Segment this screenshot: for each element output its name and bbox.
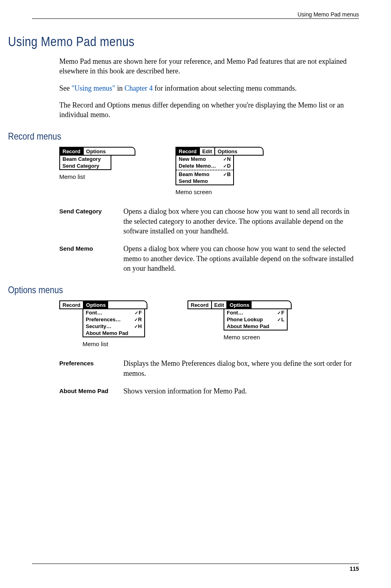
def-term: Send Category [59,207,123,236]
menu-item: Font…F [83,309,144,316]
menu-item-label: Font… [227,310,243,316]
menu-tab-options: Options [215,148,240,155]
def-term: Preferences [59,359,123,378]
menu-tab-record: Record [60,301,84,308]
page-number: 115 [350,566,359,572]
def-row: Send Memo Opens a dialog box where you c… [59,244,359,273]
shortcut-icon: F [135,310,142,316]
menu-item: Phone LookupL [224,316,287,323]
menu-tab-record: Record [188,301,212,308]
record-screen-caption: Memo screen [175,189,264,195]
shortcut-icon: F [277,310,284,316]
page-footer: 115 [32,564,359,572]
menu-item-label: New Memo [179,156,206,162]
options-menu-images: Record Options Font…F Preferences…R Secu… [59,300,359,347]
record-screen-menu: Record Edit Options New MemoN Delete Mem… [175,147,264,185]
menu-item-label: Beam Memo [179,171,210,177]
menu-dropdown: Font…F Preferences…R Security…H About Me… [83,309,145,337]
menu-item: Beam Category [60,156,111,162]
menu-item-label: Beam Category [62,156,101,162]
options-defs: Preferences Displays the Memo Preference… [59,359,359,396]
options-menus-heading: Options menus [8,284,306,296]
using-menus-link[interactable]: "Using menus" [72,84,115,92]
menu-bar: Record Edit Options [187,300,292,309]
menu-item-label: About Memo Pad [86,330,128,336]
def-row: Send Category Opens a dialog box where y… [59,207,359,236]
options-screen-menu: Record Edit Options Font…F Phone LookupL… [187,300,292,330]
menu-item-label: Send Memo [179,178,208,184]
def-body: Shows version information for Memo Pad. [123,386,359,396]
menu-tab-record: Record [60,148,84,155]
menu-item-label: Delete Memo… [179,163,216,169]
def-row: About Memo Pad Shows version information… [59,386,359,396]
options-list-block: Record Options Font…F Preferences…R Secu… [59,300,147,347]
menu-item: Security…H [83,323,144,330]
menu-tab-edit: Edit [200,148,216,155]
intro-p3: The Record and Options menus differ depe… [59,100,359,120]
menu-tab-options: Options [84,301,108,308]
def-body: Displays the Memo Preferences dialog box… [123,359,359,378]
shortcut-icon: H [134,323,142,329]
menu-item: Send Memo [176,178,233,185]
menu-item-label: Security… [86,323,111,329]
def-body: Opens a dialog box where you can choose … [123,207,359,236]
intro-p2-pre: See [59,84,72,92]
menu-item: Beam MemoB [176,171,233,178]
menu-bar: Record Options [59,300,147,309]
menu-dropdown: New MemoN Delete Memo…D Beam MemoB Send … [175,156,234,185]
shortcut-icon: R [134,316,142,322]
menu-item: Send Category [60,162,111,169]
running-title: Using Memo Pad menus [298,11,359,18]
menu-tab-options: Options [227,301,252,308]
record-screen-block: Record Edit Options New MemoN Delete Mem… [175,147,264,195]
menu-item-label: Font… [86,310,102,316]
menu-tab-edit: Edit [212,301,228,308]
menu-divider [176,170,233,170]
menu-bar: Record Edit Options [175,147,264,156]
menu-tab-record: Record [176,148,200,155]
menu-item-label: Phone Lookup [227,316,263,322]
shortcut-icon: L [277,316,284,322]
menu-item: New MemoN [176,156,233,162]
chapter-4-link[interactable]: Chapter 4 [125,84,153,92]
menu-dropdown: Beam Category Send Category [59,156,111,170]
running-header: Using Memo Pad menus [32,11,359,19]
def-term: About Memo Pad [59,386,123,396]
menu-item-label: Send Category [62,163,99,169]
record-list-block: Record Options Beam Category Send Catego… [59,147,135,195]
menu-dropdown: Font…F Phone LookupL About Memo Pad [224,309,288,330]
shortcut-icon: B [223,171,231,177]
options-screen-block: Record Edit Options Font…F Phone LookupL… [187,300,292,347]
intro-p1: Memo Pad menus are shown here for your r… [59,57,359,76]
menu-item-label: Preferences… [86,316,121,322]
menu-item: About Memo Pad [83,330,144,337]
intro-p2-post: for information about selecting menu com… [153,84,296,92]
menu-item: Font…F [224,309,287,316]
menu-bar: Record Options [59,147,135,156]
options-list-caption: Memo list [83,341,147,347]
menu-item: About Memo Pad [224,323,287,330]
menu-item-label: About Memo Pad [227,323,269,329]
record-menu-images: Record Options Beam Category Send Catego… [59,147,359,195]
page-content: Using Memo Pad menus Memo Pad menus are … [8,34,359,404]
menu-item: Delete Memo…D [176,162,233,169]
record-list-caption: Memo list [59,173,135,180]
def-body: Opens a dialog box where you can choose … [123,244,359,273]
intro-p2-mid: in [115,84,125,92]
record-menus-heading: Record menus [8,131,306,142]
menu-item: Preferences…R [83,316,144,323]
options-screen-caption: Memo screen [224,334,292,341]
menu-tab-options: Options [84,148,108,155]
def-row: Preferences Displays the Memo Preference… [59,359,359,378]
shortcut-icon: D [223,163,231,169]
record-list-menu: Record Options Beam Category Send Catego… [59,147,135,170]
page-title: Using Memo Pad menus [8,34,306,49]
options-list-menu: Record Options Font…F Preferences…R Secu… [59,300,147,337]
shortcut-icon: N [223,156,231,162]
record-defs: Send Category Opens a dialog box where y… [59,207,359,273]
def-term: Send Memo [59,244,123,273]
intro-p2: See "Using menus" in Chapter 4 for infor… [59,83,359,93]
